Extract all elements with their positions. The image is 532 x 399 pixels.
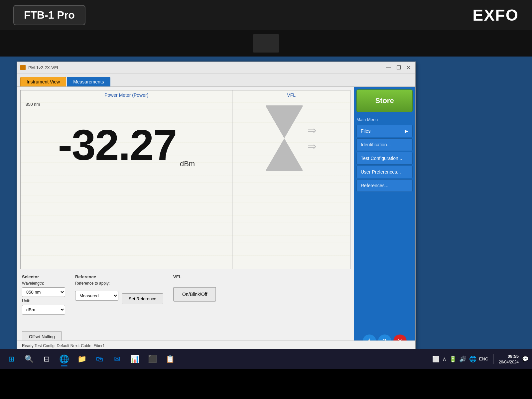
taskbar-datetime[interactable]: 08:55 26/04/2024	[499, 353, 519, 365]
taskbar-right: ⬜ ∧ 🔋 🔊 🌐 ENG 08:55 26/04/2024 💬	[432, 353, 529, 365]
vfl-diagram: ⇒ ⇒	[232, 100, 350, 177]
power-meter-panel: Power Meter (Power) 850 nm -32.27 dBm	[21, 90, 232, 269]
status-text: Ready Test Config: Default Next: Cable_F…	[22, 343, 105, 348]
unit-selector-label: Unit:	[22, 299, 65, 303]
menu-test-config-label: Test Configuration...	[361, 156, 402, 161]
device-model-label: FTB-1 Pro	[13, 5, 85, 25]
menu-files-label: Files	[361, 128, 371, 134]
window-title-area: PM-1v2-2X-VFL	[20, 65, 59, 70]
reference-label: Reference	[75, 274, 163, 279]
volume-icon[interactable]: 🔊	[459, 355, 466, 363]
reference-to-apply-label: Reference to apply:	[75, 281, 163, 286]
menu-item-test-config[interactable]: Test Configuration...	[356, 152, 413, 165]
battery-icon: 🔋	[449, 355, 457, 363]
taskbar-app1-icon[interactable]: 📊	[127, 351, 143, 367]
globe-icon: 🌐	[469, 355, 476, 363]
hardware-top-bar: FTB-1 Pro EXFO	[0, 0, 532, 30]
menu-user-prefs-label: User Preferences...	[361, 169, 401, 175]
window-title-text: PM-1v2-2X-VFL	[28, 65, 59, 70]
window-titlebar: PM-1v2-2X-VFL — ❐ ✕	[17, 62, 415, 73]
camera-area	[0, 30, 532, 57]
vfl-control-label: VFL	[173, 274, 216, 279]
controls-area: Selector Wavelength: 850 nm 1300 nm 1310…	[20, 269, 350, 347]
app-window: PM-1v2-2X-VFL — ❐ ✕ Instrument View Meas…	[17, 62, 416, 351]
selector-label: Selector	[22, 274, 65, 279]
task-view-button[interactable]: ⊟	[39, 351, 55, 367]
main-menu-label: Main Menu	[356, 117, 378, 122]
left-panel: Power Meter (Power) 850 nm -32.27 dBm VF…	[17, 87, 354, 350]
arrow-bottom: ⇒	[308, 140, 317, 153]
taskbar-divider	[493, 354, 494, 364]
taskbar-store-icon[interactable]: 🛍	[91, 351, 107, 367]
power-value-container: -32.27 dBm	[21, 108, 232, 182]
taskbar-date: 26/04/2024	[499, 359, 519, 365]
menu-item-identification[interactable]: Identification...	[356, 138, 413, 151]
restore-button[interactable]: ❐	[395, 65, 402, 71]
laser-output-arrows: ⇒ ⇒	[308, 124, 317, 153]
reference-group: Reference Reference to apply: Measured M…	[75, 274, 163, 304]
notification-icon[interactable]: 💬	[522, 356, 529, 362]
power-meter-title: Power Meter (Power)	[21, 90, 232, 100]
tab-measurements[interactable]: Measurements	[67, 77, 110, 86]
menu-identification-label: Identification...	[361, 142, 391, 147]
vfl-control-group: VFL On/Blink/Off	[173, 274, 216, 302]
vfl-on-blink-off-button[interactable]: On/Blink/Off	[173, 287, 216, 302]
system-tray-icons: ⬜ ∧ 🔋 🔊 🌐 ENG	[432, 355, 488, 363]
menu-item-files[interactable]: Files ▶	[356, 125, 413, 137]
taskbar-explorer-icon[interactable]: 📁	[74, 351, 90, 367]
vfl-section-title: VFL	[232, 90, 350, 100]
selector-group: Selector Wavelength: 850 nm 1300 nm 1310…	[22, 274, 65, 315]
chevron-up-icon[interactable]: ∧	[442, 355, 447, 363]
taskbar-edge-icon[interactable]: 🌐	[56, 351, 72, 367]
power-unit: dBm	[180, 160, 195, 175]
network-tray-icon: ⬜	[432, 355, 440, 363]
reference-controls-row: Measured Manual Stored Set Reference	[75, 287, 163, 304]
main-content: Power Meter (Power) 850 nm -32.27 dBm VF…	[17, 87, 415, 350]
taskbar-app2-icon[interactable]: ⬛	[144, 351, 160, 367]
camera-bump	[253, 34, 279, 53]
store-button[interactable]: Store	[356, 89, 413, 112]
tabs-bar: Instrument View Measurements	[17, 73, 415, 87]
menu-item-user-prefs[interactable]: User Preferences...	[356, 166, 413, 178]
taskbar-app3-icon[interactable]: 📋	[162, 351, 178, 367]
wavelength-display: 850 nm	[21, 100, 232, 108]
tab-instrument-view[interactable]: Instrument View	[20, 77, 66, 86]
window-app-icon	[20, 65, 26, 70]
laser-triangle-bottom	[266, 138, 303, 170]
menu-item-references[interactable]: References...	[356, 179, 413, 192]
search-button[interactable]: 🔍	[21, 351, 37, 367]
menu-files-arrow: ▶	[405, 128, 408, 134]
laser-triangle-top	[266, 107, 303, 138]
close-button[interactable]: ✕	[405, 65, 412, 71]
set-reference-button[interactable]: Set Reference	[122, 293, 163, 304]
taskbar-time: 08:55	[499, 353, 519, 359]
laser-line-bottom	[266, 170, 303, 171]
wavelength-select[interactable]: 850 nm 1300 nm 1310 nm 1550 nm	[22, 287, 65, 297]
minimize-button[interactable]: —	[384, 65, 392, 70]
window-controls: — ❐ ✕	[384, 65, 412, 71]
desktop: PM-1v2-2X-VFL — ❐ ✕ Instrument View Meas…	[0, 57, 532, 369]
right-sidebar: Store Main Menu Files ▶ Identification..…	[354, 87, 415, 350]
taskbar-mail-icon[interactable]: ✉	[109, 351, 125, 367]
laser-diode-symbol	[266, 105, 303, 171]
wavelength-selector-label: Wavelength:	[22, 281, 65, 286]
menu-references-label: References...	[361, 183, 388, 188]
taskbar: ⊞ 🔍 ⊟ 🌐 📁 🛍 ✉ 📊 ⬛ 📋 ⬜ ∧ 🔋 🔊 🌐 ENG 08:55 …	[0, 349, 532, 369]
brand-logo: EXFO	[472, 6, 519, 24]
panels-row: Power Meter (Power) 850 nm -32.27 dBm VF…	[20, 90, 350, 269]
language-label: ENG	[479, 356, 488, 361]
arrow-top: ⇒	[308, 124, 317, 137]
unit-select[interactable]: dBm dBr W mW	[22, 305, 65, 315]
vfl-panel: VFL ⇒ ⇒	[232, 90, 350, 269]
power-measurement-value: -32.27	[58, 120, 177, 170]
controls-row: Selector Wavelength: 850 nm 1300 nm 1310…	[22, 274, 349, 315]
reference-select[interactable]: Measured Manual Stored	[75, 291, 118, 301]
start-button[interactable]: ⊞	[3, 351, 19, 367]
